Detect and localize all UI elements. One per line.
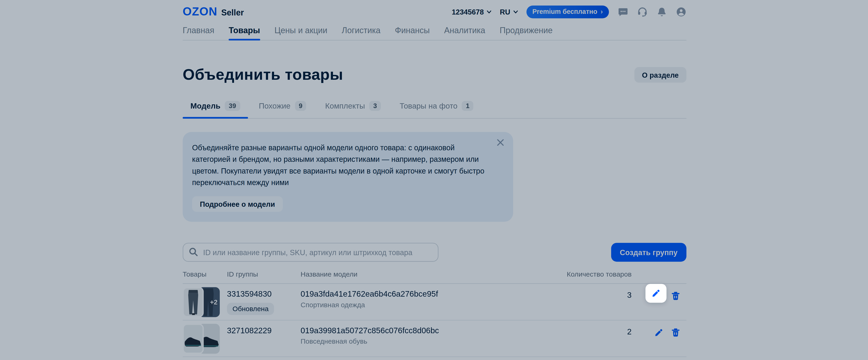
column-header-group-id: ID группы (227, 271, 301, 278)
tab-count-badge: 39 (225, 101, 240, 111)
product-count: 3 (565, 284, 632, 299)
table-row: 3247633563 019a3545cd1f7499af64ecfc4ddd9… (183, 357, 686, 360)
nav-item-finansy[interactable]: Финансы (395, 26, 430, 40)
group-id-cell: 3313594830 Обновлена (227, 284, 301, 315)
nav-item-prodvizhenie[interactable]: Продвижение (500, 26, 553, 40)
model-name: 019a39981a50727c856c076fcc8d06bc (301, 321, 565, 335)
premium-free-button[interactable]: Premium бесплатно › (526, 5, 609, 18)
row-actions (632, 321, 686, 340)
language-menu[interactable]: RU (500, 7, 518, 16)
topbar-right: 12345678 RU Premium бесплатно › (452, 5, 686, 18)
tab-pohozhie[interactable]: Похожие 9 (251, 101, 314, 118)
tab-label: Модель (190, 102, 220, 110)
column-header-product-count: Количество товаров (565, 271, 632, 278)
search-icon (189, 247, 198, 257)
ozon-seller-logo: OZON Seller (183, 5, 244, 19)
model-category: Повседневная обувь (301, 338, 565, 345)
notifications-bell-icon (656, 6, 667, 17)
content: Объединить товары О разделе Модель 39 По… (183, 40, 686, 360)
table-row: 3271082229 019a39981a50727c856c076fcc8d0… (183, 321, 686, 357)
nav-item-tovary[interactable]: Товары (229, 26, 260, 40)
tab-komplekty[interactable]: Комплекты 3 (317, 101, 389, 118)
delete-group-button[interactable] (668, 325, 683, 340)
edit-pencil-icon (654, 328, 663, 337)
column-header-products: Товары (183, 271, 227, 278)
support-headset-icon (637, 6, 648, 17)
notifications-button[interactable] (656, 6, 667, 17)
row-actions (632, 284, 686, 304)
support-button[interactable] (637, 6, 648, 17)
model-name-cell: 019a39981a50727c856c076fcc8d06bc Повседн… (301, 321, 565, 345)
nav-item-glavnaya[interactable]: Главная (183, 26, 214, 40)
model-category: Спортивная одежда (301, 301, 565, 309)
nav-item-analitika[interactable]: Аналитика (444, 26, 485, 40)
edit-group-button[interactable] (651, 325, 666, 340)
account-id-menu[interactable]: 12345678 (452, 7, 492, 16)
search-field (183, 243, 438, 262)
model-name: 019a3fda41e1762ea6b4c6a276bce95f (301, 284, 565, 299)
tab-count-badge: 3 (369, 101, 381, 111)
column-header-model-name: Название модели (301, 271, 565, 278)
search-input[interactable] (183, 243, 438, 262)
account-id-label: 12345678 (452, 7, 484, 16)
product-count: 2 (565, 357, 632, 360)
create-group-button[interactable]: Создать группу (611, 243, 686, 262)
group-id: 3313594830 (227, 284, 301, 299)
group-id-cell: 3247633563 (227, 357, 301, 360)
nav-item-logistika[interactable]: Логистика (342, 26, 380, 40)
tab-label: Похожие (259, 102, 290, 110)
edit-pencil-icon (651, 289, 660, 298)
tab-count-badge: 9 (295, 101, 306, 111)
model-name-cell: 019a3545cd1f7499af64ecfc4ddd9b7d Повседн… (301, 357, 565, 360)
chevron-right-icon: › (600, 8, 603, 16)
delete-trash-icon (671, 292, 680, 300)
nav-item-tseny-i-aktsii[interactable]: Цены и акции (275, 26, 328, 40)
model-name-cell: 019a3fda41e1762ea6b4c6a276bce95f Спортив… (301, 284, 565, 309)
tab-count-badge: 1 (462, 101, 473, 111)
profile-icon (676, 6, 686, 17)
tab-label: Товары на фото (400, 102, 458, 110)
column-header-actions (632, 271, 686, 278)
chat-button[interactable] (617, 6, 628, 17)
group-id: 3247633563 (227, 357, 301, 360)
chevron-down-icon (513, 9, 518, 14)
model-details-button[interactable]: Подробнее о модели (192, 196, 283, 212)
product-thumbnails (183, 324, 220, 354)
toolbar: Создать группу (183, 243, 686, 262)
tab-tovary-na-foto[interactable]: Товары на фото 1 (392, 101, 481, 118)
table-header: Товары ID группы Название модели Количес… (183, 271, 686, 284)
groups-table: Товары ID группы Название модели Количес… (183, 271, 686, 360)
status-badge: Обновлена (227, 303, 274, 315)
profile-button[interactable] (675, 6, 686, 17)
language-label: RU (500, 7, 510, 16)
info-banner-text: Объединяйте разные варианты одной модели… (192, 142, 488, 189)
ozon-logo: OZON (183, 5, 217, 19)
close-icon (497, 139, 504, 146)
pants-photo (184, 288, 203, 316)
product-thumbnail-front (183, 324, 204, 354)
chevron-down-icon (487, 9, 492, 14)
about-section-button[interactable]: О разделе (634, 67, 686, 83)
tab-label: Комплекты (325, 102, 365, 110)
seller-logo-label: Seller (221, 8, 244, 17)
product-count: 2 (565, 321, 632, 336)
sneaker-photo (184, 325, 203, 353)
page-head: Объединить товары О разделе (183, 66, 686, 84)
group-id: 3271082229 (227, 321, 301, 335)
more-products-badge: +2 (210, 298, 217, 306)
banner-close-button[interactable] (497, 137, 508, 148)
ozon-seller-app: OZON Seller 12345678 RU Premium бесплатн… (0, 0, 868, 360)
delete-group-button[interactable] (668, 288, 683, 304)
premium-label: Premium бесплатно (532, 8, 597, 16)
topbar: OZON Seller 12345678 RU Premium бесплатн… (183, 0, 686, 23)
tab-model[interactable]: Модель 39 (183, 101, 248, 118)
group-id-cell: 3271082229 (227, 321, 301, 335)
section-tabs: Модель 39 Похожие 9 Комплекты 3 Товары н… (183, 101, 686, 119)
main-nav: Главная Товары Цены и акции Логистика Фи… (183, 26, 686, 40)
edit-group-button[interactable] (646, 284, 666, 303)
product-thumbnail-front (183, 287, 204, 317)
product-thumbnails: +2 (183, 287, 220, 317)
model-name: 019a3545cd1f7499af64ecfc4ddd9b7d (301, 357, 565, 360)
chat-icon (617, 6, 628, 17)
page-title: Объединить товары (183, 66, 343, 84)
